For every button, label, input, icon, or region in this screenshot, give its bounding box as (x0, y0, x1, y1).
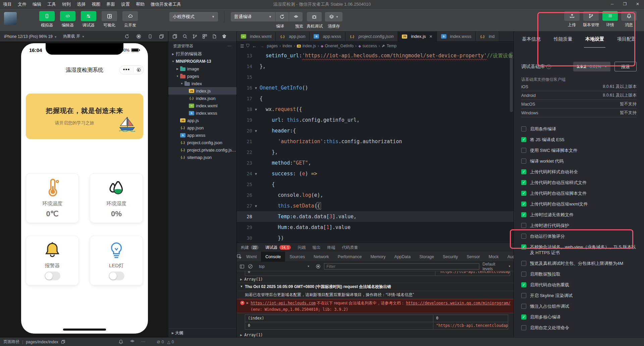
editor-tab-app.wxss[interactable]: Sapp.wxss (310, 32, 345, 41)
details-tab-基本信息[interactable]: 基本信息 (522, 36, 541, 48)
details-tab-项目配置[interactable]: 项目配置 (617, 36, 636, 48)
setting-checkbox-row[interactable]: 启用条件编译 (521, 126, 637, 132)
devtools-tab-Memory[interactable]: Memory (366, 252, 390, 262)
list-icon[interactable]: ☰ (240, 44, 244, 49)
details-tab-性能质量[interactable]: 性能质量 (554, 36, 573, 48)
debugger-tab-终端[interactable]: 终端 (327, 245, 335, 250)
tree-item-project.private.config.js…[interactable]: {..}project.private.config.js… (168, 146, 236, 154)
toggle-switch[interactable] (109, 272, 124, 280)
scm-branch-icon[interactable] (193, 34, 197, 39)
menubar-item-帮助[interactable]: 帮助 (133, 0, 148, 8)
exit-icon[interactable] (137, 68, 141, 72)
debugger-tab-输出[interactable]: 输出 (312, 245, 320, 250)
more-icon[interactable]: ⋯ (141, 339, 145, 344)
editor-tab-app.json[interactable]: {..}app.json (276, 32, 310, 41)
search-icon[interactable] (182, 34, 187, 39)
devtools-tab-Console[interactable]: Console (261, 252, 285, 262)
console-group-row[interactable]: ▼Thu Oct 02 2025 16:05:09 GMT+0800 (中国标准… (237, 283, 514, 291)
code-line-14[interactable]: 14}, (237, 61, 514, 72)
push-button[interactable]: 推送 (614, 62, 637, 71)
checkbox-unchecked[interactable] (521, 223, 526, 228)
checkbox-unchecked[interactable] (521, 325, 526, 330)
checkbox-unchecked[interactable] (521, 261, 526, 266)
code-line-29[interactable]: 29 Hum:e.data.data[1].value (237, 222, 514, 233)
tree-item-image[interactable]: ▶image (168, 65, 236, 72)
collapse-icon[interactable]: ▼ (240, 285, 243, 288)
devtools-tab-Security[interactable]: Security (438, 252, 462, 262)
checkbox-checked[interactable]: ✓ (521, 201, 526, 207)
setting-checkbox-row[interactable]: ✓不校验合法域名、web-view（业务域名）、TLS 版本以及 HTTPS 证… (521, 244, 637, 255)
split-icon[interactable] (202, 34, 207, 39)
editor-tab-index.wxss[interactable]: Sindex.wxss (437, 32, 476, 41)
setting-checkbox-row[interactable]: ✓上传代码时样式自动补全 (521, 169, 637, 175)
expand-icon[interactable]: ▶ (240, 334, 242, 337)
console-table-row[interactable]: 0"https://tcb-api.tencentcloudap (245, 322, 508, 330)
capsule-menu[interactable]: ●●● (119, 65, 144, 74)
watch-icon[interactable] (129, 339, 135, 344)
code-line-17[interactable]: 17{ (237, 93, 514, 104)
error-link[interactable]: https://iot-api.heclouds.com (251, 301, 316, 305)
windows-icon[interactable] (159, 34, 164, 39)
fold-icon[interactable]: ▼ (252, 108, 260, 111)
sidebar-toggle-icon[interactable] (239, 264, 245, 269)
menubar-item-转到[interactable]: 转到 (59, 0, 74, 8)
checkbox-unchecked[interactable] (521, 159, 526, 164)
compile-button[interactable] (275, 12, 289, 21)
code-line-26[interactable]: 26 console.log(e), (237, 190, 514, 200)
restart-icon[interactable] (124, 34, 129, 39)
code-line-19[interactable]: 19 url: this.config.getinfo_url, (237, 115, 514, 125)
home-indicator[interactable] (63, 329, 106, 331)
menubar-item-项目[interactable]: 项目 (0, 0, 15, 8)
tree-item-index.js[interactable]: JSindex.js (168, 87, 236, 95)
code-line-30[interactable]: 30 }) (237, 233, 514, 243)
paw-icon[interactable] (222, 34, 227, 39)
expand-icon[interactable]: ▶ (247, 301, 249, 304)
tree-item-MINIPROGRAM-13[interactable]: ▼MINIPROGRAM-13 (168, 58, 236, 65)
notification-icon[interactable] (118, 339, 123, 344)
breadcrumb-item-index[interactable]: index (282, 44, 292, 48)
menubar-item-编辑[interactable]: 编辑 (30, 0, 44, 8)
tree-item-index.wxml[interactable]: ‹›index.wxml (168, 102, 236, 109)
details-tab-本地设置[interactable]: 本地设置 (585, 36, 604, 48)
devtools-tab-Sources[interactable]: Sources (285, 252, 309, 262)
more-actions-icon[interactable]: ⋯ (227, 44, 232, 48)
minimize-button[interactable]: ─ (606, 0, 619, 8)
tree-item-app.json[interactable]: {..}app.json (168, 124, 236, 131)
toolbar-button-版本管理[interactable]: 版本管理 (583, 11, 599, 28)
live-expression-icon[interactable] (316, 264, 321, 269)
record-icon[interactable] (136, 34, 141, 39)
code-line-13[interactable]: 13 setinfo_url:'https://iot-api.heclouds… (237, 50, 514, 61)
code-line-21[interactable]: 21 'authorization':this.config.authoriza… (237, 136, 514, 147)
tree-item-打开的编辑器[interactable]: ▶打开的编辑器 (168, 50, 236, 58)
tree-item-sitemap.json[interactable]: {..}sitemap.json (168, 154, 236, 161)
checkbox-checked[interactable]: ✓ (521, 244, 526, 249)
setting-checkbox-row[interactable]: 编译 worklet 代码 (521, 158, 637, 164)
checkbox-checked[interactable]: ✓ (521, 137, 526, 142)
devtools-tab-Performance[interactable]: Performance (333, 252, 366, 262)
toolbar-button-云开发[interactable]: 云开发 (121, 11, 140, 28)
tree-item-app.js[interactable]: JSapp.js (168, 117, 236, 124)
toolbar-button-模拟器[interactable]: 模拟器 (38, 11, 56, 28)
code-line-25[interactable]: 25 { (237, 179, 514, 190)
help-icon[interactable]: ? (546, 64, 551, 69)
toolbar-button-可视化[interactable]: 可视化 (100, 11, 119, 28)
checkbox-checked[interactable]: ✓ (521, 191, 526, 196)
editor-tab-project.config.json[interactable]: {..}project.config.json (345, 32, 398, 41)
setting-checkbox-row[interactable]: ✓上传代码时自动压缩样式文件 (521, 180, 637, 185)
toolbar-button-调试器[interactable]: 调试器 (79, 11, 98, 28)
error-counter[interactable]: ⊘0 (157, 339, 164, 344)
fold-icon[interactable]: ▼ (252, 172, 260, 176)
remote-debug-button[interactable] (307, 12, 322, 21)
setting-checkbox-row[interactable]: 启用自定义处理命令 (521, 325, 637, 331)
menubar-item-界面[interactable]: 界面 (103, 0, 118, 8)
breadcrumb-item-pages[interactable]: pages (267, 44, 278, 48)
library-version-select[interactable]: 3.9.2 0.01% ▼ (573, 62, 610, 71)
copy-icon[interactable] (61, 340, 65, 344)
toggle-switch[interactable] (45, 272, 60, 280)
checkbox-unchecked[interactable] (521, 148, 526, 153)
context-select[interactable]: top▼ (256, 264, 312, 269)
debugger-tab-调试器[interactable]: 调试器14, 1 (265, 245, 291, 250)
console-output[interactable]: 0"https://tcb-api.tencentcloudap▶Array(1… (237, 271, 514, 337)
setting-checkbox-row[interactable]: 启用数据预拉取 (521, 271, 637, 277)
editor-tab-index.wxml[interactable]: ‹›index.wxml (237, 32, 276, 41)
